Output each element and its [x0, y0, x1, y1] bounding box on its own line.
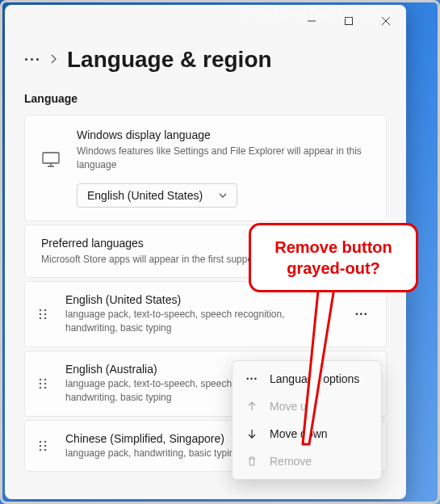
display-language-desc: Windows features like Settings and File … [77, 145, 370, 172]
svg-point-20 [44, 441, 47, 443]
drag-handle-icon[interactable] [38, 308, 51, 321]
callout-arrow [287, 283, 343, 460]
svg-rect-4 [43, 153, 59, 163]
svg-point-14 [44, 378, 47, 380]
breadcrumb: ··· Language & region [24, 47, 387, 73]
watermark-text: WindowsDigital.com [241, 5, 392, 23]
callout-line1: Remove button [274, 238, 392, 256]
svg-point-19 [40, 441, 42, 443]
svg-point-7 [40, 309, 42, 312]
monitor-icon [41, 149, 61, 169]
svg-point-8 [44, 309, 47, 312]
display-language-title: Windows display language [77, 128, 370, 141]
drag-handle-icon[interactable] [38, 439, 51, 452]
svg-point-10 [44, 313, 47, 316]
svg-point-17 [40, 386, 42, 388]
svg-point-13 [40, 378, 42, 380]
svg-point-16 [44, 382, 47, 384]
svg-point-12 [44, 317, 47, 320]
display-language-dropdown[interactable]: English (United States) [77, 183, 237, 208]
trash-icon [245, 455, 258, 468]
svg-point-11 [40, 317, 42, 320]
drag-handle-icon[interactable] [38, 377, 51, 390]
language-section-label: Language [24, 92, 387, 105]
language-more-button[interactable]: ··· [350, 302, 373, 326]
svg-point-18 [44, 386, 47, 388]
page-title: Language & region [67, 47, 272, 73]
arrow-up-icon [245, 400, 258, 413]
svg-point-9 [40, 313, 42, 316]
callout-line2: grayed-out? [287, 259, 380, 277]
more-icon: ··· [245, 372, 258, 385]
svg-point-23 [40, 449, 42, 452]
svg-point-15 [40, 382, 42, 384]
display-language-card: Windows display language Windows feature… [24, 115, 387, 221]
svg-point-22 [44, 445, 47, 447]
svg-point-21 [40, 445, 42, 447]
display-language-selected: English (United States) [87, 189, 203, 202]
chevron-right-icon [51, 53, 57, 66]
svg-point-24 [44, 449, 47, 452]
arrow-down-icon [245, 427, 258, 440]
chevron-down-icon [219, 193, 227, 198]
annotation-callout: Remove button grayed-out? [249, 223, 418, 292]
breadcrumb-more-icon[interactable]: ··· [24, 52, 41, 69]
